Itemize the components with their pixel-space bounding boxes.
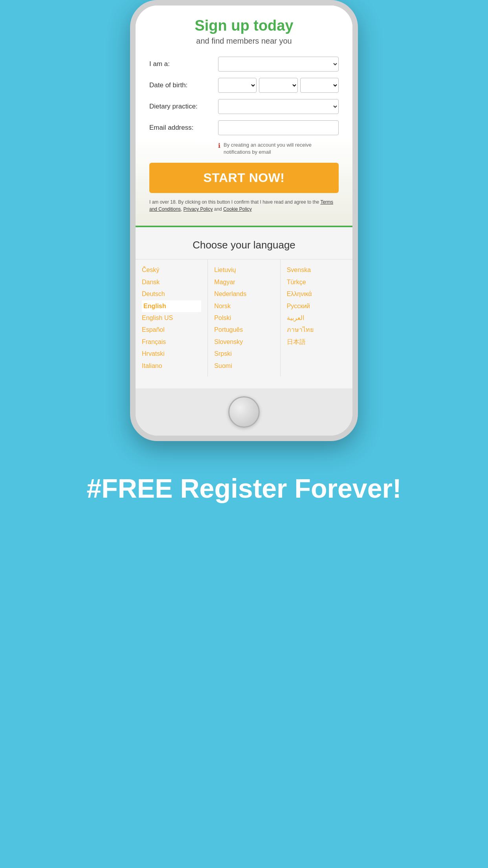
terms-text: I am over 18. By clicking on this button… [149, 199, 339, 213]
lang-suomi[interactable]: Suomi [214, 360, 273, 372]
lang-deutsch[interactable]: Deutsch [142, 288, 201, 300]
lang-dansk[interactable]: Dansk [142, 276, 201, 288]
home-button[interactable] [228, 396, 260, 428]
phone-shell: Sign up today and find members near you … [130, 0, 358, 441]
lang-polski[interactable]: Polski [214, 312, 273, 324]
lang-lietuviu[interactable]: Lietuvių [214, 264, 273, 276]
lang-hrvatski[interactable]: Hrvatski [142, 348, 201, 360]
lang-nederlands[interactable]: Nederlands [214, 288, 273, 300]
email-input[interactable] [218, 120, 339, 135]
email-label: Email address: [149, 124, 218, 132]
language-col-1: Český Dansk Deutsch English English US E… [136, 259, 208, 377]
notice-row: ℹ By creating an account you will receiv… [149, 142, 339, 156]
promo-text: #FREE Register Forever! [86, 473, 401, 505]
lang-portugues[interactable]: Português [214, 324, 273, 336]
language-title: Choose your language [136, 235, 352, 251]
lang-slovensky[interactable]: Slovensky [214, 336, 273, 348]
language-section: Choose your language Český Dansk Deutsch… [136, 227, 352, 388]
dob-selects [218, 78, 339, 93]
privacy-link[interactable]: Privacy Policy [183, 206, 213, 212]
dob-day-select[interactable] [259, 78, 297, 93]
language-grid: Český Dansk Deutsch English English US E… [136, 259, 352, 377]
iam-row: I am a: Man Woman [149, 57, 339, 72]
dob-month-select[interactable] [218, 78, 257, 93]
promo-section: #FREE Register Forever! [55, 441, 433, 528]
signup-subtitle: and find members near you [149, 37, 339, 46]
start-now-button[interactable]: START NOW! [149, 163, 339, 193]
lang-svenska[interactable]: Svenska [287, 264, 346, 276]
phone-bottom [136, 388, 352, 436]
lang-espanol[interactable]: Español [142, 324, 201, 336]
lang-japanese[interactable]: 日本語 [287, 336, 346, 348]
lang-arabic[interactable]: العربية [287, 312, 346, 324]
lang-cesky[interactable]: Český [142, 264, 201, 276]
dob-year-select[interactable] [300, 78, 339, 93]
lang-russian[interactable]: Русский [287, 300, 346, 312]
language-col-2: Lietuvių Magyar Nederlands Norsk Polski … [208, 259, 280, 377]
phone-screen: Sign up today and find members near you … [136, 6, 352, 388]
notice-text: By creating an account you will receive … [224, 142, 339, 156]
iam-select[interactable]: Man Woman [218, 57, 339, 72]
dietary-row: Dietary practice: Vegan Vegetarian Pesca… [149, 99, 339, 114]
lang-english-us[interactable]: English US [142, 312, 201, 324]
signup-title: Sign up today [149, 17, 339, 34]
signup-section: Sign up today and find members near you … [136, 6, 352, 226]
dob-label: Date of birth: [149, 81, 218, 89]
lang-norsk[interactable]: Norsk [214, 300, 273, 312]
email-row: Email address: [149, 120, 339, 135]
lang-magyar[interactable]: Magyar [214, 276, 273, 288]
cookie-link[interactable]: Cookie Policy [223, 206, 252, 212]
lang-srpski[interactable]: Srpski [214, 348, 273, 360]
lang-turkce[interactable]: Türkçe [287, 276, 346, 288]
iam-label: I am a: [149, 60, 218, 68]
info-icon: ℹ [218, 142, 220, 149]
lang-thai[interactable]: ภาษาไทย [287, 324, 346, 336]
lang-italiano[interactable]: Italiano [142, 360, 201, 372]
lang-francais[interactable]: Français [142, 336, 201, 348]
lang-english[interactable]: English [142, 300, 201, 312]
dob-row: Date of birth: [149, 78, 339, 93]
dietary-label: Dietary practice: [149, 103, 218, 110]
language-col-3: Svenska Türkçe Ελληνικά Русский العربية … [281, 259, 352, 377]
lang-greek[interactable]: Ελληνικά [287, 288, 346, 300]
dietary-select[interactable]: Vegan Vegetarian Pescatarian [218, 99, 339, 114]
